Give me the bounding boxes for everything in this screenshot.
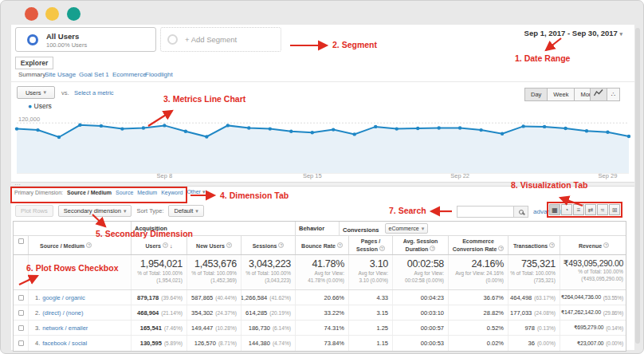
granularity-week-button[interactable]: Week	[547, 88, 575, 101]
users-header-label: Users	[146, 243, 161, 249]
subtab-site-usage[interactable]: Site Usage	[45, 71, 76, 78]
subtab-floodlight[interactable]: Floodlight	[145, 71, 173, 78]
help-icon[interactable]: ?	[337, 242, 343, 248]
row-checkbox[interactable]	[18, 310, 24, 316]
subtab-goal-set-1[interactable]: Goal Set 1	[79, 71, 109, 78]
totals-avg-duration: 00:02:58Avg for View: 00:02:58 (0.00%)	[392, 255, 448, 289]
conversions-selector-dropdown[interactable]: eCommerce ▾	[385, 223, 429, 234]
table-search	[457, 206, 528, 218]
window-zoom-button[interactable]	[67, 7, 80, 21]
vertical-scrollbar[interactable]	[635, 28, 640, 344]
source-medium-table: Acquisition Behavior Conversions eCommer…	[13, 221, 626, 352]
bounce-rate-header-label: Bounce Rate	[301, 243, 336, 249]
column-header-new-users[interactable]: New Users?	[187, 236, 241, 254]
search-icon	[519, 210, 524, 214]
column-header-users[interactable]: Users? ↓	[131, 236, 187, 254]
svg-text:Sep 8: Sep 8	[157, 172, 173, 179]
chevron-down-icon: ▾	[619, 31, 622, 37]
plot-rows-button[interactable]: Plot Rows	[15, 205, 53, 217]
sort-type-label: Sort Type:	[136, 207, 163, 214]
select-all-cell	[14, 236, 28, 254]
help-icon[interactable]: ?	[603, 242, 609, 248]
motion-chart-icon[interactable]: ∴	[607, 88, 620, 101]
help-icon[interactable]: ?	[163, 242, 168, 248]
metric-dropdown-label: Users	[26, 89, 41, 96]
help-icon[interactable]: ?	[86, 242, 92, 248]
add-segment-card[interactable]: + Add Segment	[160, 27, 281, 52]
sort-type-dropdown[interactable]: Default ▾	[168, 205, 203, 217]
transactions-header-label: Transactions	[513, 243, 548, 249]
column-header-source-medium[interactable]: Source / Medium?	[28, 236, 131, 254]
column-header-revenue[interactable]: Revenue?	[560, 236, 627, 254]
totals-new-users: 1,453,676% of Total: 100.09% (1,452,369)	[187, 255, 241, 289]
row-checkbox[interactable]	[18, 295, 24, 301]
annotation-search: 7. Search	[389, 206, 426, 215]
dimension-other-dropdown[interactable]: Other ▾	[187, 189, 205, 195]
column-header-ecommerce-conversion-rate[interactable]: Ecommerce Conversion Rate?	[448, 236, 508, 254]
group-conversions: Conversions eCommerce ▾	[339, 222, 626, 236]
chevron-down-icon: ▾	[422, 226, 425, 232]
search-input[interactable]	[457, 206, 514, 218]
chevron-down-icon: ▾	[202, 189, 206, 195]
browser-window: All Users 100.00% Users + Add Segment Se…	[0, 0, 644, 354]
annotation-visualization-tab: 8. Visualization Tab	[511, 180, 587, 190]
help-icon[interactable]: ?	[498, 246, 504, 251]
source-link[interactable]: network / emailer	[42, 324, 88, 332]
source-link[interactable]: (direct) / (none)	[42, 309, 83, 317]
select-all-checkbox[interactable]	[18, 238, 24, 244]
secondary-dimension-button[interactable]: Secondary dimension ▾	[58, 205, 132, 217]
new-users-header-label: New Users	[196, 243, 225, 249]
window-minimize-button[interactable]	[45, 7, 59, 21]
help-icon[interactable]: ?	[549, 242, 555, 248]
column-header-bounce-rate[interactable]: Bounce Rate?	[295, 236, 348, 254]
chart-legend: ● Users	[28, 102, 52, 110]
column-header-avg-session-duration[interactable]: Avg. Session Duration?	[392, 236, 448, 254]
conversions-selector-value: eCommerce	[389, 226, 419, 231]
window-close-button[interactable]	[25, 7, 38, 21]
source-link[interactable]: google / organic	[42, 294, 84, 301]
row-checkbox[interactable]	[18, 340, 24, 346]
annotation-plot-rows-checkbox: 6. Plot Rows Checkbox	[26, 263, 119, 273]
granularity-day-button[interactable]: Day	[524, 88, 548, 101]
totals-sessions: 3,043,223% of Total: 100.00% (3,043,223)	[241, 255, 295, 289]
svg-text:Sep 29: Sep 29	[599, 172, 618, 179]
select-metric-link[interactable]: Select a metric	[74, 89, 114, 96]
column-header-sessions[interactable]: Sessions?	[241, 236, 295, 254]
legend-dot-icon: ●	[28, 102, 32, 110]
source-link[interactable]: facebook / social	[42, 340, 87, 347]
add-segment-label: + Add Segment	[185, 35, 237, 44]
row-checkbox[interactable]	[18, 325, 24, 331]
tab-explorer[interactable]: Explorer	[15, 57, 53, 69]
column-header-pages-session[interactable]: Pages / Session?	[348, 236, 392, 254]
metric-dropdown[interactable]: Users ▾	[17, 86, 55, 99]
users-line-chart[interactable]: 60,000120,000Sep 8Sep 15Sep 22Sep 29	[11, 112, 634, 179]
all-users-segment-card[interactable]: All Users 100.00% Users	[15, 27, 156, 52]
secondary-dimension-label: Secondary dimension	[64, 207, 121, 214]
totals-conv-rate: 24.16%Avg for View: 24.16% (0.00%)	[448, 255, 508, 289]
source-medium-header-label: Source / Medium	[40, 243, 84, 249]
help-icon[interactable]: ?	[278, 242, 284, 248]
chart-canvas: 60,000120,000Sep 8Sep 15Sep 22Sep 29	[11, 112, 634, 179]
table-totals-row: 1,954,021% of Total: 100.00% (1,954,021)…	[14, 255, 626, 290]
add-segment-circle-icon	[167, 34, 178, 45]
line-chart-icon[interactable]	[590, 88, 607, 101]
ecommerce-conversion-rate-header-label: Ecommerce Conversion Rate	[453, 238, 497, 252]
help-icon[interactable]: ?	[379, 246, 385, 251]
help-icon[interactable]: ?	[226, 242, 232, 248]
table-row: 4.facebook / social 130,595(5.89%) 126,5…	[14, 336, 626, 351]
row-index: 4.	[35, 340, 40, 347]
annotation-date-range: 1. Date Range	[515, 53, 570, 63]
totals-transactions: 735,321% of Total: 100.00% (735,321)	[508, 255, 560, 289]
pages-session-header-label: Pages / Session	[356, 238, 380, 252]
date-range-selector[interactable]: Sep 1, 2017 - Sep 30, 2017 ▾	[524, 29, 622, 37]
chevron-down-icon: ▾	[195, 208, 198, 214]
conversions-label: Conversions	[343, 226, 379, 234]
help-icon[interactable]: ?	[430, 246, 435, 251]
section-divider	[11, 81, 634, 82]
subtab-summary[interactable]: Summary	[18, 71, 45, 78]
column-header-transactions[interactable]: Transactions?	[508, 236, 560, 254]
chevron-down-icon: ▾	[44, 89, 47, 96]
annotation-dimension-tab: 4. Dimension Tab	[220, 191, 289, 200]
subtab-ecommerce[interactable]: Ecommerce	[112, 71, 147, 78]
search-button[interactable]	[514, 206, 528, 218]
